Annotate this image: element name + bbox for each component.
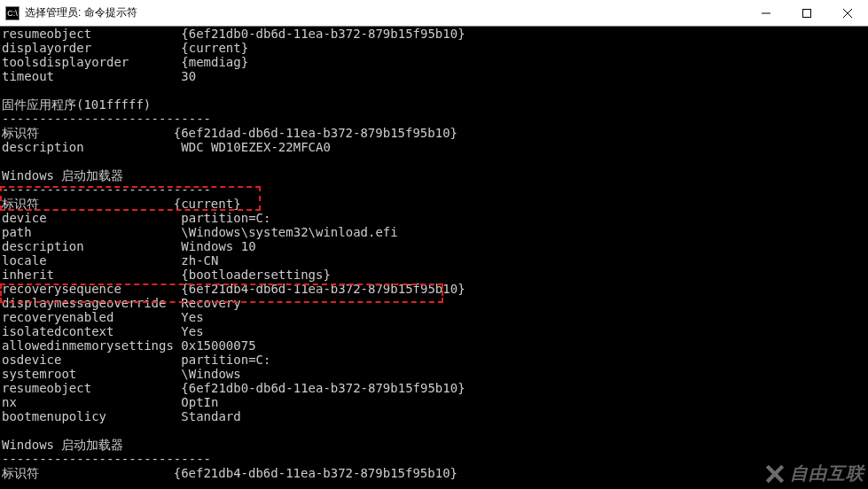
terminal-line: 标识符 {6ef21dad-db6d-11ea-b372-879b15f95b1… (2, 126, 866, 140)
terminal-line (2, 423, 866, 438)
terminal-line: Windows 启动加载器 (2, 168, 866, 182)
terminal-line: allowedinmemorysettings 0x15000075 (2, 338, 866, 353)
terminal-line: recoverysequence {6ef21db4-db6d-11ea-b37… (2, 282, 866, 296)
terminal-line: Windows 启动加载器 (2, 438, 866, 452)
maximize-icon (802, 9, 811, 18)
terminal-line: ---------------------------- (2, 112, 866, 126)
terminal-line: osdevice partition=C: (2, 353, 866, 367)
terminal-line: inherit {bootloadersettings} (2, 268, 866, 282)
close-icon (843, 9, 852, 18)
terminal-line: locale zh-CN (2, 253, 866, 268)
terminal-line: device partition=C: (2, 211, 866, 225)
terminal-line: resumeobject {6ef21db0-db6d-11ea-b372-87… (2, 27, 866, 41)
terminal-line (2, 83, 866, 97)
terminal-output[interactable]: resumeobject {6ef21db0-db6d-11ea-b372-87… (0, 27, 868, 489)
terminal-line: timeout 30 (2, 69, 866, 83)
terminal-line: ---------------------------- (2, 452, 866, 466)
minimize-icon (762, 9, 770, 18)
terminal-line: toolsdisplayorder {memdiag} (2, 55, 866, 69)
close-button[interactable] (827, 0, 868, 26)
terminal-line: 固件应用程序(101fffff) (2, 97, 866, 112)
terminal-line: displaymessageoverride Recovery (2, 296, 866, 310)
terminal-line: description WDC WD10EZEX-22MFCA0 (2, 140, 866, 154)
terminal-line: isolatedcontext Yes (2, 324, 866, 338)
terminal-line: 标识符 {6ef21db4-db6d-11ea-b372-879b15f95b1… (2, 466, 866, 480)
svg-rect-1 (803, 9, 811, 17)
minimize-button[interactable] (746, 0, 786, 26)
terminal-line: recoveryenabled Yes (2, 310, 866, 324)
terminal-line: 标识符 {current} (2, 197, 866, 211)
maximize-button[interactable] (786, 0, 827, 26)
terminal-line: ---------------------------- (2, 182, 866, 197)
terminal-line: systemroot \Windows (2, 367, 866, 381)
terminal-line (2, 154, 866, 168)
app-icon: C:\ (5, 6, 20, 20)
window-controls (746, 0, 868, 26)
titlebar[interactable]: C:\ 选择管理员: 命令提示符 (0, 0, 868, 27)
terminal-line: displayorder {current} (2, 41, 866, 55)
window-title: 选择管理员: 命令提示符 (25, 5, 746, 20)
terminal-line: bootmenupolicy Standard (2, 409, 866, 423)
terminal-line: path \Windows\system32\winload.efi (2, 225, 866, 239)
terminal-line: description Windows 10 (2, 239, 866, 253)
terminal-line: nx OptIn (2, 395, 866, 409)
terminal-line: resumeobject {6ef21db0-db6d-11ea-b372-87… (2, 381, 866, 395)
cmd-window: C:\ 选择管理员: 命令提示符 resumeobject {6ef21db0-… (0, 0, 868, 489)
